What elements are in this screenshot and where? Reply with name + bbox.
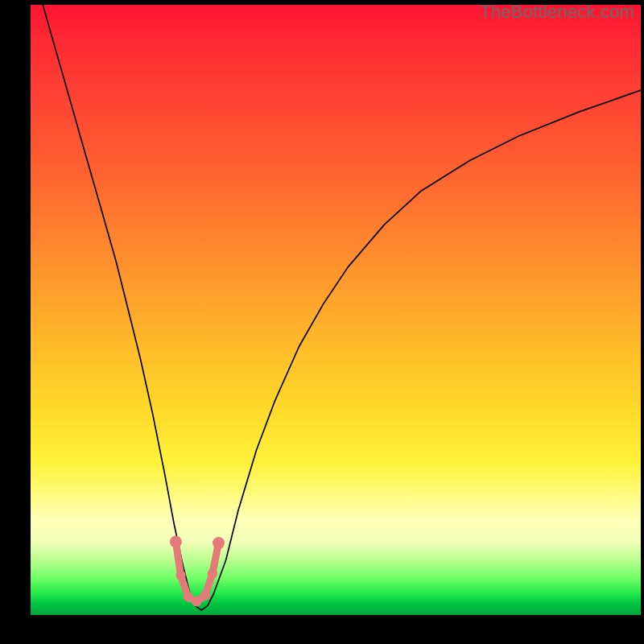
valley-markers (170, 536, 225, 607)
valley-marker-dot (213, 537, 225, 549)
plot-area (31, 5, 641, 615)
valley-marker-dot (192, 597, 201, 606)
valley-marker-dot (183, 592, 192, 601)
valley-marker-dot (200, 591, 210, 601)
valley-marker-dot (208, 568, 217, 578)
valley-marker-dot (175, 571, 185, 580)
bottleneck-curve (43, 5, 641, 610)
watermark-text: TheBottleneck.com (480, 2, 634, 23)
chart-frame: TheBottleneck.com (0, 0, 644, 644)
valley-marker-dot (170, 536, 182, 548)
chart-svg (31, 5, 641, 615)
